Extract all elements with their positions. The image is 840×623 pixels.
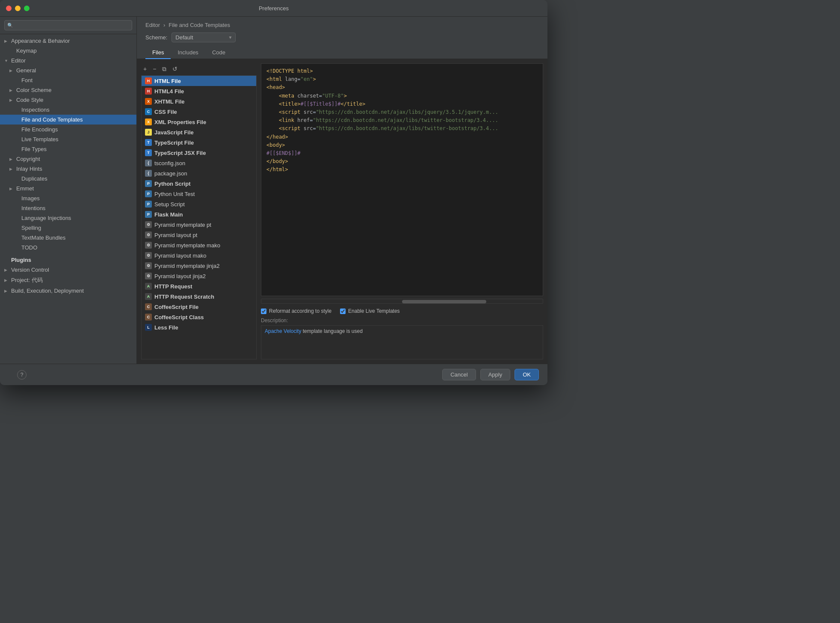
file-item-package[interactable]: {package.json <box>142 168 256 178</box>
file-item-html[interactable]: HHTML File <box>142 76 256 86</box>
file-item-name: Pyramid layout pt <box>154 232 197 238</box>
sidebar-item-label: Inspections <box>21 107 50 113</box>
arrow-icon: ▶ <box>9 88 14 92</box>
apply-button[interactable]: Apply <box>480 369 511 380</box>
live-templates-option[interactable]: Enable Live Templates <box>340 308 400 314</box>
tab-code[interactable]: Code <box>205 47 232 59</box>
file-item-pyramidlaypt[interactable]: ⚙Pyramid layout pt <box>142 230 256 240</box>
file-type-icon: { <box>145 170 152 177</box>
sidebar-item-languageinjections[interactable]: Language Injections <box>0 213 136 223</box>
sidebar-item-spelling[interactable]: Spelling <box>0 223 136 233</box>
tab-files[interactable]: Files <box>145 47 171 59</box>
sidebar-item-codestyle[interactable]: ▶Code Style <box>0 95 136 105</box>
help-button[interactable]: ? <box>17 370 27 380</box>
file-item-name: package.json <box>154 170 187 177</box>
file-item-name: HTTP Request <box>154 283 192 290</box>
file-item-tsx[interactable]: TTypeScript JSX File <box>142 148 256 158</box>
file-item-name: Python Script <box>154 181 191 187</box>
file-item-setup[interactable]: PSetup Script <box>142 199 256 209</box>
cancel-button[interactable]: Cancel <box>442 369 476 380</box>
breadcrumb: Editor › File and Code Templates <box>145 22 539 28</box>
arrow-icon: ▶ <box>4 268 9 272</box>
file-item-coffeescriptclass[interactable]: CCoffeeScript Class <box>142 312 256 322</box>
reformat-checkbox[interactable] <box>261 309 266 314</box>
description-section: Description: Apache Velocity template la… <box>261 317 543 359</box>
sidebar-item-copyright[interactable]: ▶Copyright <box>0 154 136 164</box>
ok-button[interactable]: OK <box>515 369 539 380</box>
file-item-html4[interactable]: HHTML4 File <box>142 86 256 96</box>
copy-template-button[interactable]: ⧉ <box>160 65 169 73</box>
remove-template-button[interactable]: − <box>151 65 158 73</box>
sidebar-item-label: File and Code Templates <box>21 116 83 123</box>
maximize-button[interactable] <box>24 6 30 11</box>
file-type-icon: P <box>145 180 152 187</box>
minimize-button[interactable] <box>15 6 21 11</box>
sidebar-item-label: Version Control <box>11 267 49 273</box>
file-item-tsconfig[interactable]: {tsconfig.json <box>142 158 256 168</box>
sidebar-item-filetypes[interactable]: File Types <box>0 144 136 154</box>
file-item-xhtml[interactable]: XXHTML File <box>142 96 256 107</box>
sidebar-item-textmatebundles[interactable]: TextMate Bundles <box>0 233 136 243</box>
file-item-pyramidmymako[interactable]: ⚙Pyramid mytemplate mako <box>142 240 256 250</box>
file-item-pyramidlaymako[interactable]: ⚙Pyramid layout mako <box>142 250 256 261</box>
sidebar-item-intentions[interactable]: Intentions <box>0 203 136 213</box>
scheme-select[interactable]: DefaultProject <box>172 33 236 42</box>
file-item-pyramidmypt[interactable]: ⚙Pyramid mytemplate pt <box>142 220 256 230</box>
sidebar-item-livetemplates[interactable]: Live Templates <box>0 134 136 144</box>
file-item-pyramidlayjinja2[interactable]: ⚙Pyramid layout jinja2 <box>142 271 256 281</box>
sidebar: 🔍 ▶Appearance & BehaviorKeymap▼Editor▶Ge… <box>0 17 137 364</box>
sidebar-item-duplicates[interactable]: Duplicates <box>0 174 136 184</box>
sidebar-item-label: Appearance & Behavior <box>11 38 70 44</box>
sidebar-item-project[interactable]: ▶Project: 代码 <box>0 275 136 286</box>
code-editor[interactable]: <!DOCTYPE html><html lang="en"><head> <m… <box>261 63 543 296</box>
code-line: </head> <box>266 133 538 141</box>
arrow-icon: ▶ <box>9 68 14 73</box>
sidebar-item-versioncontrol[interactable]: ▶Version Control <box>0 265 136 275</box>
file-type-icon: C <box>145 314 152 320</box>
file-item-name: Pyramid layout jinja2 <box>154 273 206 279</box>
horizontal-scrollbar[interactable] <box>261 299 543 304</box>
sidebar-item-font[interactable]: Font <box>0 75 136 85</box>
sidebar-item-fileencodings[interactable]: File Encodings <box>0 125 136 134</box>
file-item-pyramidmyjinja2[interactable]: ⚙Pyramid mytemplate jinja2 <box>142 261 256 271</box>
file-item-pythontest[interactable]: PPython Unit Test <box>142 189 256 199</box>
file-item-httprequestscratch[interactable]: AHTTP Request Scratch <box>142 291 256 302</box>
live-templates-checkbox[interactable] <box>340 309 346 314</box>
file-type-icon: H <box>145 88 152 95</box>
reformat-option[interactable]: Reformat according to style <box>261 308 331 314</box>
sidebar-item-build[interactable]: ▶Build, Execution, Deployment <box>0 286 136 296</box>
file-item-flaskmain[interactable]: PFlask Main <box>142 209 256 220</box>
sidebar-item-plugins[interactable]: Plugins <box>0 255 136 265</box>
sidebar-item-inlayhints[interactable]: ▶Inlay Hints <box>0 164 136 174</box>
breadcrumb-current: File and Code Templates <box>169 22 230 28</box>
sidebar-item-todo[interactable]: TODO <box>0 243 136 252</box>
file-item-js[interactable]: JJavaScript File <box>142 127 256 137</box>
sidebar-item-editor[interactable]: ▼Editor <box>0 56 136 65</box>
add-template-button[interactable]: + <box>141 65 149 73</box>
sidebar-item-appearance[interactable]: ▶Appearance & Behavior <box>0 36 136 46</box>
file-item-less[interactable]: LLess File <box>142 322 256 332</box>
sidebar-item-inspections[interactable]: Inspections <box>0 105 136 115</box>
search-input[interactable] <box>4 20 132 30</box>
sidebar-item-images[interactable]: Images <box>0 193 136 203</box>
file-item-css[interactable]: CCSS File <box>142 107 256 117</box>
sidebar-item-filecodetemplates[interactable]: File and Code Templates <box>0 115 136 125</box>
file-item-name: HTML File <box>154 78 181 84</box>
tab-includes[interactable]: Includes <box>171 47 205 59</box>
sidebar-item-keymap[interactable]: Keymap <box>0 46 136 56</box>
file-item-name: Pyramid mytemplate pt <box>154 222 211 228</box>
file-item-httprequest[interactable]: AHTTP Request <box>142 281 256 291</box>
sidebar-item-colorscheme[interactable]: ▶Color Scheme <box>0 85 136 95</box>
file-item-python[interactable]: PPython Script <box>142 178 256 189</box>
apache-velocity-link[interactable]: Apache Velocity <box>265 328 301 334</box>
sidebar-item-general[interactable]: ▶General <box>0 65 136 75</box>
sidebar-item-emmet[interactable]: ▶Emmet <box>0 184 136 193</box>
file-item-coffeescript[interactable]: CCoffeeScript File <box>142 302 256 312</box>
file-type-icon: ⚙ <box>145 252 152 259</box>
file-type-icon: X <box>145 119 152 125</box>
description-label: Description: <box>261 317 543 323</box>
file-item-xml[interactable]: XXML Properties File <box>142 117 256 127</box>
reset-template-button[interactable]: ↺ <box>170 65 180 73</box>
file-item-ts[interactable]: TTypeScript File <box>142 137 256 148</box>
close-button[interactable] <box>6 6 12 11</box>
